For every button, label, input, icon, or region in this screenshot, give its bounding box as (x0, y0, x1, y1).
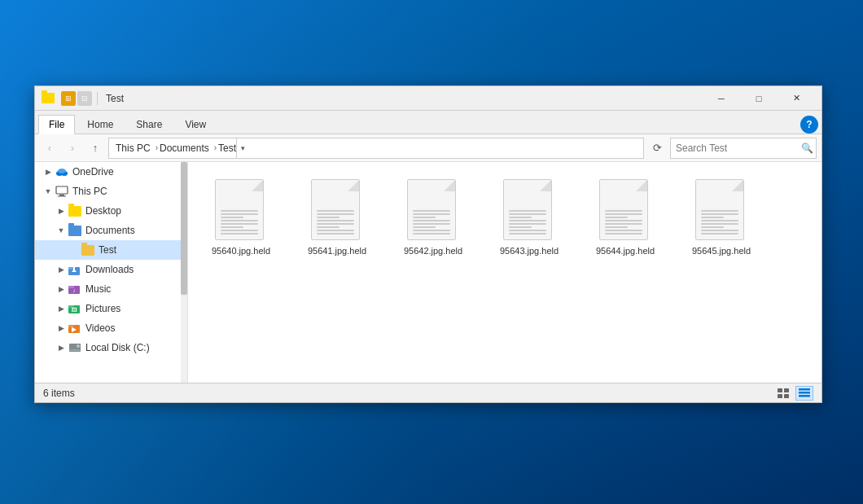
file-name-1: 95641.jpg.held (308, 245, 366, 256)
expand-videos[interactable]: ▶ (55, 318, 68, 338)
expand-localdisk[interactable]: ▶ (55, 338, 68, 357)
sidebar-item-documents[interactable]: ▼ Documents (35, 221, 187, 240)
file-line (317, 223, 354, 225)
expand-music[interactable]: ▶ (55, 279, 68, 299)
svg-rect-24 (778, 394, 782, 398)
forward-button[interactable]: › (63, 138, 82, 158)
file-line (221, 233, 258, 234)
file-line (317, 213, 354, 215)
expand-thispc[interactable]: ▼ (42, 182, 55, 201)
tab-file[interactable]: File (38, 115, 75, 134)
sidebar-item-desktop[interactable]: ▶ Desktop (35, 201, 187, 221)
svg-rect-4 (59, 195, 64, 196)
file-line (221, 213, 258, 215)
file-item-3[interactable]: 95643.jpg.held (484, 170, 574, 263)
qat-new-folder-button[interactable]: ⊟ (77, 91, 92, 106)
svg-text:🖼: 🖼 (72, 307, 77, 313)
file-line (413, 233, 450, 234)
sidebar-item-thispc[interactable]: ▼ This PC (35, 182, 187, 201)
file-line (701, 217, 724, 218)
search-input[interactable] (676, 142, 798, 154)
file-line (605, 226, 628, 228)
sidebar-scrollbar-thumb[interactable] (181, 162, 187, 295)
ribbon: File Home Share View ? (35, 111, 821, 134)
file-line (317, 226, 340, 228)
sidebar-item-downloads[interactable]: ▶ Downloads (35, 260, 187, 279)
expand-documents[interactable]: ▼ (55, 221, 68, 240)
file-name-0: 95640.jpg.held (212, 245, 270, 256)
search-icon[interactable]: 🔍 (801, 142, 813, 154)
help-button[interactable]: ? (800, 116, 818, 134)
file-line (701, 210, 738, 212)
path-arrow-1: › (156, 143, 158, 152)
sidebar-item-videos[interactable]: ▶ ▶ Videos (35, 318, 187, 338)
address-path[interactable]: This PC › Documents › Test ▾ (108, 138, 644, 159)
file-line (701, 220, 738, 221)
file-icon-5 (695, 177, 747, 240)
tab-view[interactable]: View (174, 115, 217, 134)
folder-documents-icon (68, 223, 82, 238)
file-item-4[interactable]: 95644.jpg.held (580, 170, 670, 263)
window-title: Test (106, 93, 703, 104)
svg-point-2 (58, 169, 66, 173)
file-line (509, 210, 546, 212)
file-line (413, 223, 450, 225)
sidebar-label-localdisk: Local Disk (C:) (85, 342, 150, 353)
sidebar-item-localdisk[interactable]: ▶ Local Disk (C:) (35, 338, 187, 357)
file-line (509, 230, 546, 231)
list-view-button[interactable] (795, 386, 813, 401)
expand-desktop[interactable]: ▶ (55, 201, 68, 221)
file-item-2[interactable]: 95642.jpg.held (388, 170, 478, 263)
file-line (605, 220, 642, 221)
search-box[interactable]: 🔍 (670, 138, 817, 159)
sidebar-label-thispc: This PC (72, 186, 107, 197)
sidebar-scrollbar[interactable] (181, 162, 187, 383)
path-dropdown-button[interactable]: ▾ (236, 138, 249, 159)
grid-view-button[interactable] (774, 386, 792, 401)
up-button[interactable]: ↑ (85, 138, 105, 158)
file-item-1[interactable]: 95641.jpg.held (292, 170, 382, 263)
main-content: ▶ OneDrive ▼ This PC ▶ Deskto (35, 162, 821, 383)
file-line (701, 230, 738, 231)
file-item-5[interactable]: 95645.jpg.held (677, 170, 766, 263)
tab-home[interactable]: Home (77, 115, 124, 134)
tab-share[interactable]: Share (125, 115, 173, 134)
sidebar-item-onedrive[interactable]: ▶ OneDrive (35, 162, 187, 182)
file-line (221, 220, 258, 221)
expand-test[interactable] (68, 240, 81, 260)
folder-videos-icon: ▶ (68, 321, 82, 335)
close-button[interactable]: ✕ (778, 86, 815, 111)
file-item-0[interactable]: 95640.jpg.held (196, 170, 286, 263)
back-button[interactable]: ‹ (40, 138, 59, 158)
expand-onedrive[interactable]: ▶ (42, 162, 55, 182)
path-thispc-label: This PC (116, 142, 151, 154)
maximize-button[interactable]: □ (740, 86, 778, 111)
sidebar-item-test[interactable]: Test (35, 240, 187, 260)
folder-test-icon (81, 243, 95, 257)
svg-rect-3 (56, 186, 68, 194)
expand-downloads[interactable]: ▶ (55, 260, 68, 279)
status-bar: 6 items (35, 383, 821, 402)
path-segment-thispc: This PC › (116, 142, 160, 154)
file-line (221, 210, 258, 212)
file-line (413, 217, 436, 218)
qat-properties-button[interactable]: ⊞ (61, 91, 76, 106)
minimize-button[interactable]: ─ (703, 86, 740, 111)
svg-rect-26 (799, 388, 810, 391)
file-line (701, 233, 738, 234)
file-line (605, 223, 642, 225)
svg-rect-22 (778, 388, 782, 392)
sidebar-label-videos: Videos (85, 322, 115, 334)
ribbon-tabs: File Home Share View ? (35, 111, 821, 134)
file-line (413, 213, 450, 215)
sidebar-item-pictures[interactable]: ▶ 🖼 Pictures (35, 299, 187, 318)
file-line (509, 226, 532, 228)
file-line (317, 233, 354, 234)
file-line (509, 220, 546, 221)
sidebar-item-music[interactable]: ▶ ♪ Music (35, 279, 187, 299)
sidebar-label-music: Music (85, 283, 111, 295)
file-line (317, 230, 354, 231)
refresh-button[interactable]: ⟳ (647, 138, 667, 158)
path-documents-label: Documents (160, 142, 209, 154)
expand-pictures[interactable]: ▶ (55, 299, 68, 318)
